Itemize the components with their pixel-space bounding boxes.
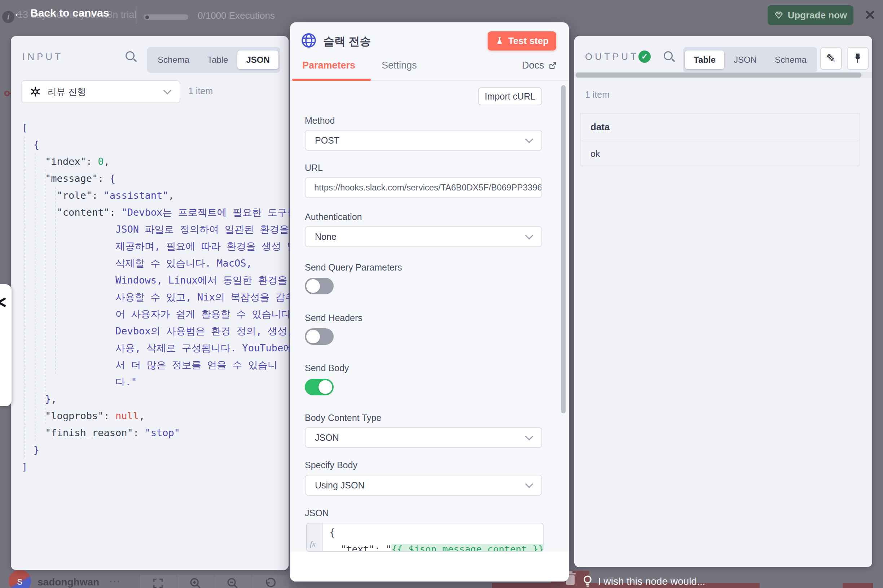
input-tab-schema[interactable]: Schema xyxy=(149,51,198,69)
json-code-line: 제공하며, 필요에 따라 환경을 생성 및 xyxy=(22,238,297,255)
output-panel-title: OUTPUT xyxy=(585,51,639,62)
back-to-canvas-button[interactable]: ← Back to canvas xyxy=(13,6,109,20)
json-code-line: 다." xyxy=(22,374,297,390)
output-panel: OUTPUT ✓ Table JSON Schema ✎ 1 item data… xyxy=(574,36,872,567)
node-title: 슬랙 전송 xyxy=(323,34,371,49)
output-tab-json[interactable]: JSON xyxy=(725,51,765,69)
json-code-line: "content": "Devbox는 프로젝트에 필요한 도구를 xyxy=(22,204,297,221)
output-search-icon[interactable] xyxy=(663,51,676,63)
topbar-divider xyxy=(136,6,136,24)
output-table-row[interactable]: ok xyxy=(581,141,859,166)
json-code-line: Devbox의 사용법은 환경 정의, 생성, xyxy=(22,322,297,339)
json-code-line: { xyxy=(329,524,544,541)
output-item-count: 1 item xyxy=(585,90,610,100)
back-to-canvas-label: Back to canvas xyxy=(30,7,109,19)
docs-label: Docs xyxy=(522,60,544,71)
gem-icon xyxy=(774,10,783,20)
zoom-out-icon xyxy=(226,577,239,588)
external-link-icon xyxy=(548,61,557,70)
input-tab-json[interactable]: JSON xyxy=(237,51,278,69)
body-content-type-label: Body Content Type xyxy=(305,412,381,423)
output-hscrollbar-thumb[interactable] xyxy=(576,72,861,78)
zoom-out-button[interactable] xyxy=(214,575,252,588)
json-code-line: }, xyxy=(22,390,297,407)
authentication-select[interactable]: None xyxy=(305,226,542,247)
chevron-down-icon xyxy=(525,231,534,240)
json-code-line: ] xyxy=(22,458,297,475)
send-query-toggle[interactable] xyxy=(305,278,334,294)
specify-body-value: Using JSON xyxy=(315,480,365,490)
edit-output-button[interactable]: ✎ xyxy=(820,47,842,70)
input-panel-title: INPUT xyxy=(22,51,63,62)
method-label: Method xyxy=(305,116,335,126)
info-icon: i xyxy=(2,11,14,23)
authentication-label: Authentication xyxy=(305,212,362,222)
node-icon-partial xyxy=(0,293,8,312)
input-source-label: 리뷰 진행 xyxy=(48,86,86,98)
modal-footer xyxy=(290,552,569,582)
upgrade-now-button[interactable]: Upgrade now xyxy=(768,5,853,25)
fit-view-button[interactable] xyxy=(139,575,177,588)
specify-body-select[interactable]: Using JSON xyxy=(305,475,542,496)
toggle-knob xyxy=(306,279,320,293)
json-code-line: "index": 0, xyxy=(22,153,297,170)
output-view-tabs: Table JSON Schema xyxy=(683,47,817,73)
json-code-line: "message": { xyxy=(22,170,297,187)
undo-button[interactable] xyxy=(252,575,289,588)
trial-progress-dot xyxy=(145,15,149,19)
flask-icon xyxy=(495,36,504,46)
trial-progress-bar xyxy=(144,14,188,20)
json-code-line: "logprobs": null, xyxy=(22,407,297,424)
json-code-line: "role": "assistant", xyxy=(22,187,297,204)
screen: i 13 days left in your n8n trial 0/1000 … xyxy=(0,0,883,588)
canvas-controls xyxy=(139,575,289,588)
zoom-in-button[interactable] xyxy=(177,575,214,588)
authentication-value: None xyxy=(315,232,337,242)
json-expression-editor[interactable]: fx { "text": "{{ $json.message.content }… xyxy=(306,523,544,552)
modal-scrollbar[interactable] xyxy=(561,85,565,413)
send-headers-toggle[interactable] xyxy=(305,328,334,345)
pencil-icon: ✎ xyxy=(826,52,836,65)
undo-icon xyxy=(264,577,276,588)
test-step-button[interactable]: Test step xyxy=(488,32,556,51)
toggle-knob xyxy=(306,330,320,344)
json-code-line: "finish_reason": "stop" xyxy=(22,424,297,441)
json-code-line: 어 사용자가 쉽게 활용할 수 있습니다. xyxy=(22,306,297,322)
json-code-line: "text": "{{ $json.message.content }}" xyxy=(329,541,544,552)
user-avatar[interactable]: s xyxy=(9,570,31,588)
docs-link[interactable]: Docs xyxy=(522,60,557,71)
send-body-toggle[interactable] xyxy=(305,379,334,395)
pin-data-button[interactable] xyxy=(847,47,869,70)
body-content-type-value: JSON xyxy=(315,432,339,443)
user-menu-dots[interactable]: ⋯ xyxy=(109,574,120,588)
output-table-header[interactable]: data xyxy=(581,114,859,141)
url-input[interactable]: https://hooks.slack.com/services/TA6B0DX… xyxy=(305,177,542,198)
method-select[interactable]: POST xyxy=(305,130,542,151)
import-curl-button[interactable]: Import cURL xyxy=(478,87,542,105)
input-search-icon[interactable] xyxy=(125,51,138,63)
tab-parameters[interactable]: Parameters xyxy=(302,60,355,71)
test-step-label: Test step xyxy=(508,35,549,46)
output-tab-table[interactable]: Table xyxy=(685,51,724,69)
output-tab-schema[interactable]: Schema xyxy=(766,51,815,69)
node-feedback-link[interactable]: I wish this node would... xyxy=(598,576,705,587)
body-content-type-select[interactable]: JSON xyxy=(305,427,542,448)
close-banner-icon[interactable]: ✕ xyxy=(864,7,876,23)
dimmed-action-bar-right xyxy=(843,583,873,588)
input-source-dropdown[interactable]: 리뷰 진행 xyxy=(21,80,180,103)
chevron-down-icon xyxy=(525,480,534,488)
send-headers-label: Send Headers xyxy=(305,313,363,323)
input-source-side-tab[interactable] xyxy=(0,284,12,406)
json-code-line: Windows, Linux에서 동일한 환경을 xyxy=(22,272,297,289)
chevron-down-icon xyxy=(163,86,172,94)
input-tab-table[interactable]: Table xyxy=(199,51,237,69)
tab-settings[interactable]: Settings xyxy=(382,60,417,71)
input-json-view[interactable]: [ { "index": 0, "message": { "role": "as… xyxy=(22,119,297,475)
pin-icon xyxy=(852,52,863,64)
method-value: POST xyxy=(315,135,339,146)
json-code-line: 삭제할 수 있습니다. MacOS, xyxy=(22,255,297,272)
json-code-line: 사용, 삭제로 구성됩니다. YouTube에 xyxy=(22,339,297,356)
chevron-down-icon xyxy=(525,135,534,143)
input-item-count: 1 item xyxy=(188,86,213,96)
json-code-line: { xyxy=(22,136,297,153)
